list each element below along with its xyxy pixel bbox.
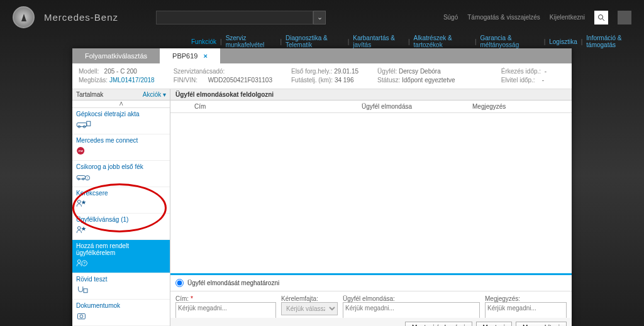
- define-statement-radio[interactable]: [175, 279, 184, 287]
- sidebar-item-documents[interactable]: Dokumentumok: [72, 300, 170, 326]
- sidebar-item-label: Rövid teszt: [76, 276, 166, 283]
- search-dropdown-icon[interactable]: ⌄: [313, 11, 326, 24]
- svg-text:!: !: [87, 177, 88, 180]
- nav-item-5[interactable]: Logisztika: [547, 38, 579, 45]
- nav-item-0[interactable]: Szerviz munkafelvétel: [223, 35, 279, 48]
- sidebar-item-label: Kerékcsere: [76, 190, 166, 197]
- statement-field-label: Ügyfél elmondása:: [343, 295, 480, 302]
- svg-text:me: me: [78, 149, 83, 153]
- sidebar-item-customer-wish[interactable]: Ügyfélkívánság (1): [72, 214, 170, 240]
- svg-rect-18: [84, 289, 87, 293]
- status-value: Időpont egyeztetve: [402, 77, 455, 84]
- cim-field-label: Cím:: [175, 295, 189, 302]
- pickup-value: -: [542, 77, 544, 84]
- brand-name: Mercedes-Benz: [44, 12, 118, 23]
- car-warning-icon: !: [76, 171, 91, 183]
- sidebar-item-label: Gépkocsi életrajzi akta: [76, 111, 166, 117]
- save-close-button[interactable]: Menteni és bezárni: [405, 322, 472, 326]
- person-question-icon: ?: [76, 258, 91, 269]
- mb-star-logo: [13, 6, 35, 28]
- me-connect-icon: me: [76, 145, 91, 156]
- sidebar-item-label: Dokumentumok: [76, 302, 166, 309]
- sidebar-item-label: Mercedes me connect: [76, 137, 166, 144]
- order-value[interactable]: JML01417/2018: [109, 77, 155, 84]
- logout-link[interactable]: Kijelentkezni: [550, 14, 585, 21]
- arrival-value: -: [545, 68, 547, 75]
- search-icon: [597, 14, 605, 21]
- data-grid: [170, 113, 572, 273]
- svg-point-14: [77, 227, 80, 230]
- nav-item-4[interactable]: Garancia & méltányosság: [478, 35, 543, 48]
- svg-text:?: ?: [84, 261, 86, 265]
- sidebar-item-label: Hozzá nem rendelt ügyfélkérelem: [76, 242, 166, 256]
- sidebar-item-label: Ügyfélkívánság (1): [76, 216, 166, 223]
- customer-value: Dercsy Debóra: [399, 68, 441, 75]
- close-tab-icon[interactable]: ×: [203, 52, 207, 60]
- arrival-label: Érkezés időp.:: [501, 68, 541, 75]
- pickup-label: Elvitel időp.:: [501, 77, 535, 84]
- car-file-icon: [76, 119, 91, 130]
- sidebar-item-brake-noise[interactable]: Csikorog a jobb első fék !: [72, 161, 170, 187]
- sidebar-item-short-test[interactable]: Rövid teszt: [72, 273, 170, 300]
- svg-line-1: [602, 18, 605, 21]
- order-label: Megbízás:: [79, 77, 108, 84]
- advisor-label: Szerviztanácsadó:: [174, 68, 225, 75]
- secondary-button[interactable]: [618, 11, 631, 24]
- save-button[interactable]: Menteni: [476, 322, 513, 326]
- tab-label: PBP619: [172, 52, 197, 60]
- col-header-elmondasa: Ügyfél elmondása: [301, 103, 472, 110]
- tab-process-select[interactable]: Folyamatkiválasztás: [72, 48, 160, 63]
- svg-point-20: [80, 315, 83, 318]
- sidebar-item-me-connect[interactable]: Mercedes me connect me: [72, 134, 170, 161]
- support-link[interactable]: Támogatás & visszajelzés: [467, 14, 540, 21]
- mileage-value: 34 196: [335, 77, 354, 84]
- nav-item-6[interactable]: Információ & támogatás: [584, 35, 644, 48]
- sidebar-item-unassigned-request[interactable]: Hozzá nem rendelt ügyfélkérelem ?: [72, 240, 170, 273]
- col-header-megjegyzes: Megjegyzés: [472, 103, 567, 110]
- firstreg-label: Első forg.hely.:: [291, 68, 332, 75]
- stethoscope-icon: [76, 284, 91, 295]
- person-star-icon: [76, 198, 91, 209]
- pane-title: Ügyfél elmondásokat feldolgozni: [170, 89, 572, 101]
- actions-dropdown[interactable]: Akciók ▾: [143, 91, 166, 98]
- sidebar-title: Tartalmak: [76, 91, 103, 98]
- nav-item-1[interactable]: Diagnosztika & Telematik: [283, 35, 347, 48]
- request-type-select[interactable]: Kérjük válasszon...: [281, 302, 338, 315]
- scroll-up-icon[interactable]: ᐱ: [72, 101, 170, 108]
- note-field-label: Megjegyzés:: [485, 295, 567, 302]
- svg-point-13: [77, 200, 80, 204]
- vin-value: WDD2050421F031103: [208, 77, 272, 84]
- person-star-icon: [76, 224, 91, 236]
- request-type-label: Kérelemfajta:: [281, 295, 338, 302]
- svg-point-15: [77, 260, 80, 263]
- nav-item-2[interactable]: Karbantartás & javítás: [350, 35, 407, 48]
- svg-point-0: [599, 14, 603, 19]
- svg-rect-5: [87, 121, 91, 126]
- tab-pbp619[interactable]: PBP619 ×: [160, 48, 220, 63]
- status-label: Státusz:: [377, 77, 400, 84]
- model-value: 205 - C 200: [104, 68, 137, 75]
- model-label: Modell:: [79, 68, 99, 75]
- sidebar-item-wheel-change[interactable]: Kerékcsere: [72, 187, 170, 214]
- camera-icon: [76, 310, 91, 322]
- svg-rect-19: [77, 313, 85, 318]
- radio-label: Ügyfél elmondását meghatározni: [187, 280, 279, 286]
- cancel-button[interactable]: Megszakítani: [516, 322, 567, 326]
- nav-item-3[interactable]: Alkatrészek & tartozékok: [411, 35, 474, 48]
- help-link[interactable]: Súgó: [443, 14, 458, 21]
- col-header-cim: Cím: [175, 103, 301, 110]
- customer-label: Ügyfél:: [377, 68, 397, 75]
- firstreg-value: 29.01.15: [334, 68, 358, 75]
- sidebar-item-label: Csikorog a jobb első fék: [76, 163, 166, 170]
- vin-label: FIN/VIN:: [174, 77, 197, 84]
- top-search-input[interactable]: [156, 11, 313, 24]
- search-icon-button[interactable]: [594, 11, 608, 24]
- sidebar-item-vehicle-file[interactable]: Gépkocsi életrajzi akta: [72, 108, 170, 134]
- nav-funkciok[interactable]: Funkciók: [189, 38, 219, 45]
- mileage-label: Futástelj. (km):: [291, 77, 333, 84]
